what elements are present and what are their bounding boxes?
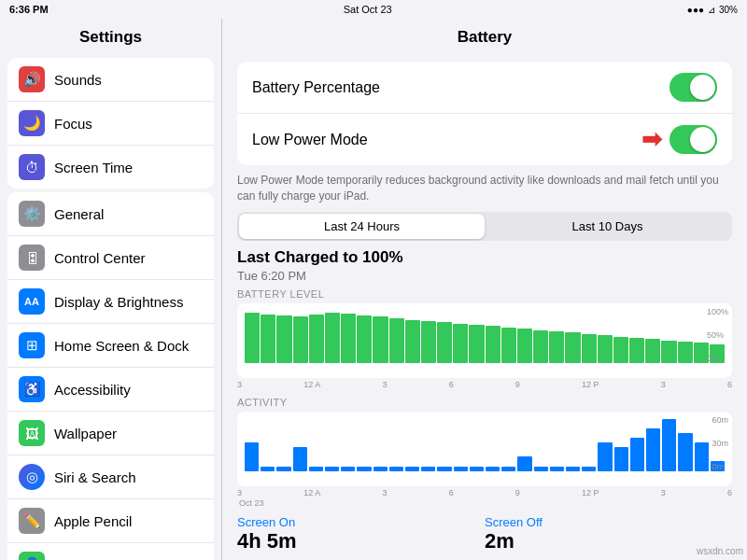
toggle-knob xyxy=(690,75,715,100)
activity-chart: 60m 30m 0m xyxy=(237,412,732,486)
activity-bar xyxy=(309,467,323,471)
battery-bar xyxy=(357,315,372,362)
battery-bar xyxy=(661,341,676,363)
sidebar-item-focus[interactable]: 🌙 Focus xyxy=(7,102,214,146)
last-charged-sub: Tue 6:20 PM xyxy=(237,269,732,283)
battery-chart-section: BATTERY LEVEL 100% 50% 0% 312 A 36 912 P… xyxy=(237,288,732,389)
activity-bar xyxy=(517,456,531,470)
battery-bar xyxy=(405,320,420,363)
focus-label: Focus xyxy=(54,116,92,132)
battery-bar xyxy=(517,329,532,362)
battery-bar xyxy=(582,334,597,363)
battery-axis: 312 A 36 912 P 36 xyxy=(237,380,732,389)
sidebar-item-home-screen[interactable]: ⊞ Home Screen & Dock xyxy=(7,324,214,368)
sidebar-item-apple-pencil[interactable]: ✏️ Apple Pencil xyxy=(7,499,214,543)
sidebar-item-sounds[interactable]: 🔊 Sounds xyxy=(7,58,214,102)
battery-bar xyxy=(276,315,291,362)
screen-on-label: Screen On xyxy=(237,515,485,529)
segment-10d[interactable]: Last 10 Days xyxy=(485,214,730,239)
battery-percentage-label: Battery Percentage xyxy=(252,79,380,96)
screen-time-label: Screen Time xyxy=(54,160,133,175)
screen-off-label: Screen Off xyxy=(485,515,732,529)
activity-bar xyxy=(454,467,468,471)
activity-bar xyxy=(421,467,435,471)
screen-off-stat: Screen Off 2m xyxy=(485,515,732,553)
screen-off-value: 2m xyxy=(485,529,732,553)
battery-bar xyxy=(389,318,404,363)
display-icon: AA xyxy=(19,288,45,315)
screen-time-icon: ⏱ xyxy=(19,154,45,180)
battery-bar xyxy=(645,339,660,362)
activity-bar xyxy=(437,467,451,471)
battery-chart: 100% 50% 0% xyxy=(237,303,732,378)
sidebar-item-display[interactable]: AA Display & Brightness xyxy=(7,280,214,324)
activity-bar xyxy=(646,428,660,471)
signal-icon: ●●● xyxy=(687,5,704,15)
sidebar-item-control-center[interactable]: 🎛 Control Center xyxy=(7,236,214,280)
sounds-label: Sounds xyxy=(54,72,102,88)
battery-bar xyxy=(678,342,693,362)
low-power-toggle[interactable] xyxy=(669,125,717,154)
battery-bar xyxy=(453,324,468,363)
face-id-icon: 👤 xyxy=(19,552,45,560)
activity-bar xyxy=(582,467,596,471)
activity-chart-section: ACTIVITY 60m 30m 0m 312 A 36 912 P 36 Oc xyxy=(237,397,732,508)
activity-bar xyxy=(534,467,548,471)
battery-bar xyxy=(486,326,500,362)
sidebar-item-general[interactable]: ⚙️ General xyxy=(7,192,214,236)
battery-bar xyxy=(629,338,644,363)
activity-bar xyxy=(486,467,500,471)
sidebar-item-siri[interactable]: ◎ Siri & Search xyxy=(7,455,214,499)
sidebar-item-wallpaper[interactable]: 🖼 Wallpaper xyxy=(7,412,214,455)
sidebar-item-accessibility[interactable]: ♿ Accessibility xyxy=(7,368,214,412)
home-screen-label: Home Screen & Dock xyxy=(54,338,189,354)
control-center-label: Control Center xyxy=(54,250,146,266)
battery-bar xyxy=(549,331,564,363)
activity-bar xyxy=(470,467,484,471)
sidebar: Settings 🔊 Sounds 🌙 Focus ⏱ Screen Time … xyxy=(0,19,222,560)
activity-bar xyxy=(389,467,403,471)
battery-bar xyxy=(469,325,484,362)
battery-indicator: 30% xyxy=(719,5,738,15)
sidebar-item-screen-time[interactable]: ⏱ Screen Time xyxy=(7,146,214,189)
activity-label: ACTIVITY xyxy=(237,397,732,408)
status-date: Sat Oct 23 xyxy=(344,4,392,15)
arrow-annotation: ➡ xyxy=(641,125,662,154)
battery-level-label: BATTERY LEVEL xyxy=(237,288,732,300)
battery-bar xyxy=(341,314,356,363)
battery-bar xyxy=(565,332,580,362)
status-time: 6:36 PM xyxy=(9,4,49,15)
sidebar-item-face-id[interactable]: 👤 Face ID & Passcode xyxy=(7,543,214,560)
battery-bar xyxy=(613,337,628,363)
activity-bar xyxy=(598,442,612,471)
activity-bar xyxy=(614,447,628,470)
activity-bar xyxy=(245,442,259,471)
low-power-row: Low Power Mode ➡ xyxy=(237,114,732,165)
battery-bar xyxy=(533,330,548,363)
activity-bar xyxy=(678,433,692,471)
segment-24h[interactable]: Last 24 Hours xyxy=(239,214,485,239)
general-icon: ⚙️ xyxy=(19,201,45,227)
accessibility-label: Accessibility xyxy=(54,382,131,398)
battery-bar xyxy=(437,322,452,363)
activity-bar xyxy=(293,447,307,470)
activity-bar xyxy=(566,467,580,471)
battery-percentage-toggle[interactable] xyxy=(669,73,717,102)
battery-bars xyxy=(245,311,725,363)
segment-control: Last 24 Hours Last 10 Days xyxy=(237,212,732,241)
content-area: Battery Battery Percentage Low Power Mod… xyxy=(222,19,747,560)
wallpaper-label: Wallpaper xyxy=(54,426,117,441)
sidebar-section-2: ⚙️ General 🎛 Control Center AA Display &… xyxy=(7,192,214,560)
main-layout: Settings 🔊 Sounds 🌙 Focus ⏱ Screen Time … xyxy=(0,19,747,560)
battery-bar xyxy=(309,315,324,363)
display-label: Display & Brightness xyxy=(54,294,183,310)
wifi-icon: ⊿ xyxy=(708,5,715,15)
general-label: General xyxy=(54,206,104,222)
activity-bar xyxy=(405,467,419,471)
sounds-icon: 🔊 xyxy=(19,66,45,92)
activity-axis: 312 A 36 912 P 36 xyxy=(237,488,732,497)
battery-bar xyxy=(373,316,388,362)
content-title: Battery xyxy=(222,19,747,54)
battery-bar xyxy=(325,313,340,362)
activity-bar xyxy=(276,467,290,471)
